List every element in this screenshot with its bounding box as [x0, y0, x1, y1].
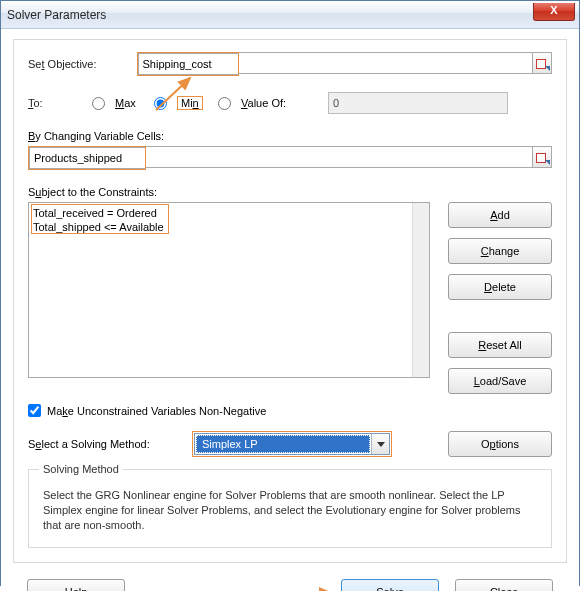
radio-value[interactable]: Value Of:	[218, 97, 308, 110]
objective-wrap	[137, 52, 553, 76]
change-button[interactable]: Change	[448, 238, 552, 264]
help-button[interactable]: Help	[27, 579, 125, 591]
range-picker-button[interactable]	[532, 52, 552, 74]
delete-button[interactable]: Delete	[448, 274, 552, 300]
titlebar: Solver Parameters X	[1, 1, 579, 29]
solve-button[interactable]: Solve	[341, 579, 439, 591]
solving-method-label: Select a Solving Method:	[28, 438, 180, 450]
solver-dialog: Solver Parameters X Set Objective: T	[0, 0, 580, 586]
solving-method-combo[interactable]: Simplex LP	[194, 433, 390, 455]
variable-cells-row	[28, 146, 552, 170]
set-objective-label: Set Objective:	[28, 58, 97, 70]
footer: Help Solve Close	[13, 573, 567, 591]
radio-min-input[interactable]	[154, 97, 167, 110]
range-icon	[536, 57, 548, 69]
variable-cells-input[interactable]	[29, 147, 145, 169]
desc-legend: Solving Method	[39, 462, 123, 477]
constraints-listbox[interactable]: Total_received = Ordered Total_shipped <…	[28, 202, 430, 378]
close-button[interactable]: X	[533, 3, 575, 21]
radio-max-input[interactable]	[92, 97, 105, 110]
radio-max-label: Max	[115, 97, 136, 109]
solving-method-row: Select a Solving Method: Simplex LP Opti…	[28, 431, 552, 457]
constraint-item[interactable]: Total_shipped <= Available	[33, 220, 164, 234]
range-picker-button-2[interactable]	[532, 146, 552, 168]
to-label: To:	[28, 97, 64, 109]
scrollbar[interactable]	[412, 203, 429, 377]
chevron-down-icon[interactable]	[371, 434, 389, 454]
constraint-item[interactable]: Total_received = Ordered	[33, 206, 164, 220]
objective-input[interactable]	[138, 53, 238, 75]
to-row: To: Max Min Value Of:	[28, 92, 552, 114]
load-save-button[interactable]: Load/Save	[448, 368, 552, 394]
nonneg-checkbox[interactable]	[28, 404, 41, 417]
options-button[interactable]: Options	[448, 431, 552, 457]
radio-value-input[interactable]	[218, 97, 231, 110]
nonneg-check-row: MaKe Unconstrained Variables Non-Negativ…	[28, 404, 552, 417]
by-changing-label: By Changing Variable Cells:	[28, 130, 552, 142]
solving-method-desc: Solving Method Select the GRG Nonlinear …	[28, 469, 552, 548]
add-button[interactable]: Add	[448, 202, 552, 228]
solving-method-value: Simplex LP	[196, 435, 370, 453]
constraints-label: Subject to the Constraints:	[28, 186, 552, 198]
close-dialog-button[interactable]: Close	[455, 579, 553, 591]
objective-input-rest[interactable]	[239, 52, 534, 74]
range-icon	[536, 151, 548, 163]
constraints-area: Total_received = Ordered Total_shipped <…	[28, 202, 552, 394]
set-objective-row: Set Objective:	[28, 52, 552, 76]
nonneg-label: MaKe Unconstrained Variables Non-Negativ…	[47, 405, 266, 417]
annotation-arrow-icon	[211, 583, 341, 591]
reset-all-button[interactable]: Reset All	[448, 332, 552, 358]
dialog-body: Set Objective: To: Max	[1, 29, 579, 591]
radio-value-label: Value Of:	[241, 97, 286, 109]
radio-max[interactable]: Max	[92, 97, 154, 110]
constraint-highlight: Total_received = Ordered Total_shipped <…	[31, 204, 169, 234]
constraint-buttons: Add Change Delete Reset All Load/Save	[448, 202, 552, 394]
variable-cells-input-rest[interactable]	[146, 146, 533, 168]
radio-min-label: Min	[177, 96, 203, 110]
radio-min[interactable]: Min	[154, 96, 218, 110]
main-group: Set Objective: To: Max	[13, 39, 567, 563]
value-of-input[interactable]	[328, 92, 508, 114]
desc-text: Select the GRG Nonlinear engine for Solv…	[43, 488, 537, 533]
window-title: Solver Parameters	[7, 8, 106, 22]
